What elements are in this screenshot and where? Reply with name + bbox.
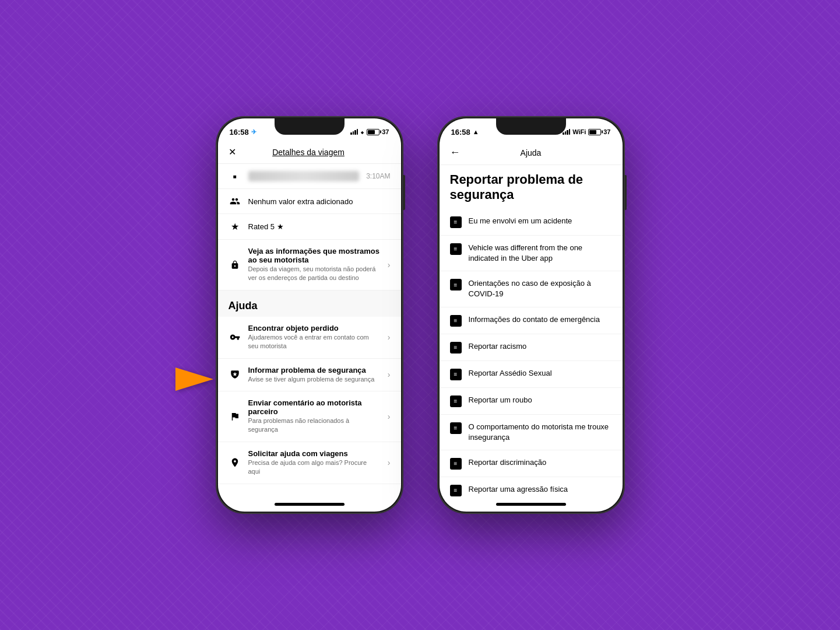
chevron-security: › [388, 370, 391, 379]
aggression-text: Reportar uma agressão física [469, 484, 612, 495]
doc-icon-aggr [450, 485, 462, 496]
feedback-content: Enviar comentário ao motorista parceiro … [248, 398, 381, 435]
list-item-accident[interactable]: Eu me envolvi em um acidente [440, 209, 623, 236]
trip-address-row: ■ 3:10AM [218, 164, 401, 189]
close-icon[interactable]: ✕ [229, 146, 236, 158]
list-item-robbery[interactable]: Reportar um roubo [440, 388, 623, 415]
flag-icon [229, 411, 241, 422]
lost-object-title: Encontrar objeto perdido [248, 324, 381, 332]
robbery-text: Reportar um roubo [469, 395, 612, 405]
rating-row: ★ Rated 5 ★ [218, 214, 401, 240]
sexual-harassment-text: Reportar Assédio Sexual [469, 368, 612, 379]
lost-object-row[interactable]: Encontrar objeto perdido Ajudaremos você… [218, 317, 401, 359]
notch-1 [275, 118, 345, 135]
signal-1 [350, 129, 358, 135]
chevron-help: › [388, 458, 391, 467]
trip-details-scroll[interactable]: ■ 3:10AM Nenhum valor extra adicionado ★ [218, 164, 401, 499]
discrimination-text: Reportar discriminação [469, 457, 612, 468]
list-item-covid[interactable]: Orientações no caso de exposição à COVID… [440, 271, 623, 307]
lock-icon [229, 260, 241, 270]
help-trips-row[interactable]: Solicitar ajuda com viagens Precisa de a… [218, 442, 401, 484]
doc-icon-vehicle [450, 243, 462, 255]
covid-text: Orientações no caso de exposição à COVID… [469, 278, 612, 299]
feedback-sub: Para problemas não relacionados à segura… [248, 416, 381, 435]
help-trips-content: Solicitar ajuda com viagens Precisa de a… [248, 449, 381, 477]
header-title: Detalhes da viagem [272, 148, 345, 157]
list-item-discrimination[interactable]: Reportar discriminação [440, 450, 623, 477]
vehicle-diff-text: Vehicle was different from the one indic… [469, 243, 612, 264]
help-trips-title: Solicitar ajuda com viagens [248, 449, 381, 458]
phone-1: 16:58 ✈ ⬥ 37 ✕ Detalhes da viagem [216, 117, 403, 513]
security-sub: Avise se tiver algum problema de seguran… [248, 375, 381, 384]
chevron-icon-driver: › [388, 260, 391, 270]
battery-1 [367, 129, 379, 135]
driver-info-title: Veja as informações que mostramos ao seu… [248, 247, 381, 264]
doc-icon-disc [450, 458, 462, 470]
list-item-aggression[interactable]: Reportar uma agressão física [440, 477, 623, 499]
location-icon [229, 457, 241, 468]
stop-icon: ■ [229, 173, 241, 180]
arrow-pointer [175, 368, 228, 391]
blurred-address [248, 171, 360, 181]
list-item-racism[interactable]: Reportar racismo [440, 334, 623, 361]
time-2: 16:58 [451, 128, 470, 136]
security-content: Informar problema de segurança Avise se … [248, 366, 381, 384]
list-item-emergency[interactable]: Informações do contato de emergência [440, 307, 623, 334]
doc-icon-sexual [450, 369, 462, 380]
wifi-icon-1: ⬥ [360, 128, 364, 135]
trip-details-header: ✕ Detalhes da viagem [218, 142, 401, 164]
driver-info-sub: Depois da viagem, seu motorista não pode… [248, 265, 381, 283]
driver-info-content: Veja as informações que mostramos ao seu… [248, 247, 381, 283]
no-extra-value-row: Nenhum valor extra adicionado [218, 189, 401, 214]
lost-object-content: Encontrar objeto perdido Ajudaremos você… [248, 324, 381, 351]
wifi-icon-2: WiFi [572, 128, 586, 135]
back-icon[interactable]: ← [450, 146, 461, 159]
unsafe-text: O comportamento do motorista me trouxe i… [469, 422, 612, 443]
doc-icon-unsafe [450, 422, 462, 434]
phone-2: 16:58 ▲ WiFi 37 ← Ajuda [438, 117, 624, 513]
rating-text: Rated 5 ★ [248, 222, 284, 231]
no-extra-value-text: Nenhum valor extra adicionado [248, 197, 353, 206]
feedback-title: Enviar comentário ao motorista parceiro [248, 398, 381, 416]
racism-text: Reportar racismo [469, 341, 612, 352]
lost-object-sub: Ajudaremos você a entrar em contato com … [248, 333, 381, 351]
doc-icon-robbery [450, 396, 462, 407]
trip-time: 3:10AM [366, 172, 390, 180]
list-item-vehicle-diff[interactable]: Vehicle was different from the one indic… [440, 236, 623, 271]
feedback-row[interactable]: Enviar comentário ao motorista parceiro … [218, 391, 401, 442]
doc-icon-emergency [450, 315, 462, 327]
doc-icon-accident [450, 216, 462, 228]
telegram-icon: ✈ [251, 128, 256, 136]
accident-text: Eu me envolvi em um acidente [469, 216, 612, 226]
ajuda-section-header: Ajuda [218, 290, 401, 317]
help-section-title: Ajuda [468, 148, 595, 158]
battery-2 [588, 129, 601, 135]
list-item-unsafe[interactable]: O comportamento do motorista me trouxe i… [440, 415, 623, 450]
chevron-feedback: › [388, 412, 391, 421]
status-icons-2: WiFi 37 [563, 128, 610, 135]
report-security-title: Reportar problema de segurança [440, 165, 623, 209]
doc-icon-covid [450, 279, 462, 290]
help-trips-sub: Precisa de ajuda com algo mais? Procure … [248, 459, 381, 477]
time-1: 16:58 [230, 128, 249, 136]
status-icons-1: ⬥ 37 [350, 128, 389, 135]
security-problem-row[interactable]: Informar problema de segurança Avise se … [218, 359, 401, 391]
emergency-text: Informações do contato de emergência [469, 314, 612, 325]
orange-arrow [175, 368, 228, 391]
list-item-sexual-harassment[interactable]: Reportar Assédio Sexual [440, 361, 623, 388]
battery-pct-1: 37 [382, 128, 389, 135]
doc-icon-racism [450, 342, 462, 354]
home-indicator-2 [496, 503, 566, 506]
search-key-icon [229, 332, 241, 342]
home-indicator-1 [275, 503, 345, 506]
person-icon [229, 196, 241, 206]
chevron-lost: › [388, 332, 391, 342]
security-items-list[interactable]: Eu me envolvi em um acidente Vehicle was… [440, 209, 623, 499]
security-icon [229, 369, 241, 380]
driver-info-row[interactable]: Veja as informações que mostramos ao seu… [218, 240, 401, 290]
notch-2 [496, 118, 566, 135]
help-header: ← Ajuda [440, 142, 623, 165]
battery-pct-2: 37 [603, 128, 610, 135]
security-title: Informar problema de segurança [248, 366, 381, 374]
location-status-icon: ▲ [473, 128, 479, 135]
